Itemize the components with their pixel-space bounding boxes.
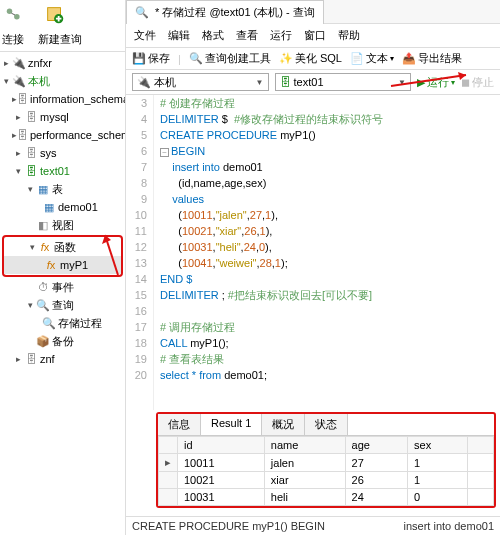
database-combo[interactable]: 🗄 text01▼ [275,73,412,91]
menu-window[interactable]: 窗口 [304,28,326,43]
status-bar: CREATE PROCEDURE myP1() BEGIN insert int… [126,516,500,535]
table-row[interactable]: 10031heli240 [159,489,494,506]
menu-file[interactable]: 文件 [134,28,156,43]
table-row[interactable]: 10021xiar261 [159,472,494,489]
tree-text01[interactable]: ▾🗄text01 [0,162,125,180]
tree-local[interactable]: ▾🔌本机 [0,72,125,90]
tree-views[interactable]: ◧视图 [0,216,125,234]
line-gutter: 34567891011121314151617181920 [126,95,154,410]
tree-stored-proc[interactable]: 🔍存储过程 [0,314,125,332]
tree-information-schema[interactable]: ▸🗄information_schema [0,90,125,108]
export-button[interactable]: 📤导出结果 [402,51,462,66]
play-icon: ▶ [417,76,425,89]
menu-view[interactable]: 查看 [236,28,258,43]
builder-icon: 🔍 [189,52,203,65]
status-right: insert into demo01 [404,520,495,532]
connect-label[interactable]: 连接 [2,32,24,47]
tree-mysql[interactable]: ▸🗄mysql [0,108,125,126]
fold-icon[interactable]: − [160,148,169,157]
chevron-down-icon: ▼ [398,78,406,87]
tree-myp1[interactable]: fxmyP1 [4,256,121,274]
result-tab-profile[interactable]: 概况 [262,414,305,435]
run-button[interactable]: ▶运行▾ [417,75,455,90]
stop-icon: ◼ [461,76,470,89]
tree-tables[interactable]: ▾▦表 [0,180,125,198]
save-button[interactable]: 💾保存 [132,51,170,66]
stop-button[interactable]: ◼停止 [461,75,494,90]
export-icon: 📤 [402,52,416,65]
menu-format[interactable]: 格式 [202,28,224,43]
table-row[interactable]: ▸10011jalen271 [159,454,494,472]
document-tabs: 🔍 * 存储过程 @text01 (本机) - 查询 [126,0,500,24]
query-icon: 🔍 [135,5,149,19]
tree-performance[interactable]: ▸🗄performance_schema [0,126,125,144]
text-button[interactable]: 📄文本▾ [350,51,394,66]
result-tab-1[interactable]: Result 1 [201,414,262,435]
menu-edit[interactable]: 编辑 [168,28,190,43]
builder-button[interactable]: 🔍查询创建工具 [189,51,271,66]
result-table[interactable]: idnameagesex ▸10011jalen271 10021xiar261… [158,436,494,506]
text-icon: 📄 [350,52,364,65]
tree-demo01[interactable]: ▦demo01 [0,198,125,216]
tab-title: * 存储过程 @text01 (本机) - 查询 [155,5,315,20]
menu-help[interactable]: 帮助 [338,28,360,43]
tree-functions[interactable]: ▾fx函数 [4,238,121,256]
col-name[interactable]: name [264,437,345,454]
tree-sys[interactable]: ▸🗄sys [0,144,125,162]
connect-icon[interactable] [4,4,26,28]
status-left: CREATE PROCEDURE myP1() BEGIN [132,520,325,532]
menu-bar: 文件 编辑 格式 查看 运行 窗口 帮助 [126,24,500,48]
col-age[interactable]: age [345,437,407,454]
tree-events[interactable]: ⏱事件 [0,278,125,296]
wand-icon: ✨ [279,52,293,65]
tool-bar: 💾保存 | 🔍查询创建工具 ✨美化 SQL 📄文本▾ 📤导出结果 [126,48,500,70]
new-query-icon[interactable] [44,4,66,28]
connection-tree: ▸🔌znfxr ▾🔌本机 ▸🗄information_schema ▸🗄mysq… [0,52,125,535]
result-tab-info[interactable]: 信息 [158,414,201,435]
tree-znfxr[interactable]: ▸🔌znfxr [0,54,125,72]
menu-run[interactable]: 运行 [270,28,292,43]
result-tab-status[interactable]: 状态 [305,414,348,435]
col-sex[interactable]: sex [408,437,468,454]
code-editor[interactable]: # 创建存储过程 DELIMITER $ #修改存储过程的结束标识符号 CREA… [154,95,500,410]
connection-combo[interactable]: 🔌 本机▼ [132,73,269,91]
tree-backup[interactable]: 📦备份 [0,332,125,350]
beautify-button[interactable]: ✨美化 SQL [279,51,342,66]
tree-znf[interactable]: ▸🗄znf [0,350,125,368]
tree-queries[interactable]: ▾🔍查询 [0,296,125,314]
new-query-label[interactable]: 新建查询 [38,32,82,47]
chevron-down-icon: ▼ [256,78,264,87]
tab-query[interactable]: 🔍 * 存储过程 @text01 (本机) - 查询 [126,0,324,24]
result-panel: 信息 Result 1 概况 状态 idnameagesex ▸10011jal… [156,412,496,508]
col-id[interactable]: id [178,437,265,454]
save-icon: 💾 [132,52,146,65]
